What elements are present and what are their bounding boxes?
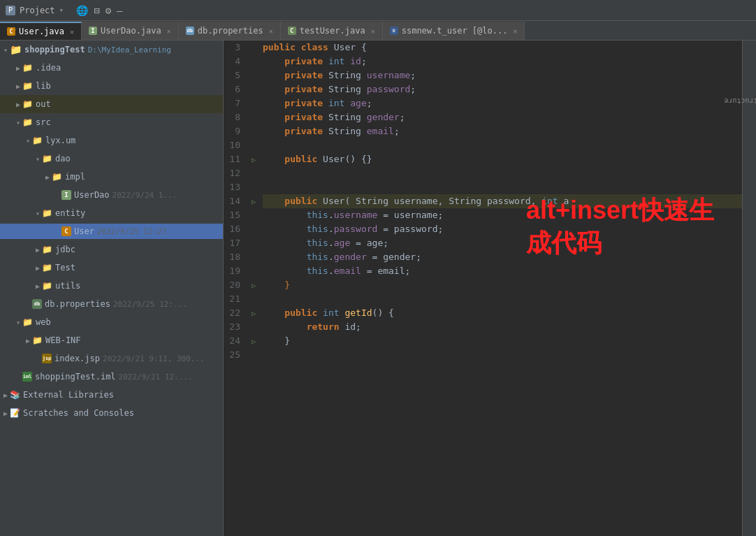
right-side-tabs: 7. Structure: [742, 41, 756, 536]
sidebar-label-dao: dao: [55, 154, 71, 164]
folder-icon-impl: 📁: [52, 172, 62, 182]
folder-icon-src: 📁: [22, 117, 33, 127]
tree-arrow-scratches[interactable]: ▶: [1, 410, 10, 417]
tree-arrow-dao[interactable]: ▾: [34, 155, 42, 163]
gutter-14[interactable]: ▷: [252, 194, 263, 208]
sidebar-item-scratches[interactable]: ▶ 📝 Scratches and Consoles: [0, 404, 223, 422]
sidebar-item-web-inf[interactable]: ▶ 📁 WEB-INF: [0, 331, 223, 349]
tree-arrow-entity[interactable]: ▾: [34, 210, 42, 217]
tab-close-testuser-java[interactable]: ✕: [371, 27, 375, 35]
code-line-18: this.gender = gender;: [263, 250, 742, 264]
tree-arrow-lyx-um[interactable]: ▾: [24, 137, 32, 145]
tree-arrow-jdbc[interactable]: ▶: [34, 246, 42, 254]
code-line-5: private String username;: [263, 68, 742, 82]
sidebar-item-root[interactable]: ▾ 📁 shoppingTest D:\MyIdea_Learning: [0, 41, 223, 59]
folder-icon-ext-lib: 📚: [10, 390, 20, 400]
tree-arrow-idea[interactable]: ▶: [14, 64, 22, 72]
tab-label-db-properties: db.properties: [198, 26, 263, 36]
tree-arrow-out[interactable]: ▶: [14, 101, 22, 108]
code-line-4: private int id;: [263, 55, 742, 68]
tab-icon-db: db: [186, 27, 194, 35]
line-num-12: 12: [224, 166, 246, 180]
sidebar-item-impl[interactable]: ▶ 📁 impl: [0, 168, 223, 186]
sidebar-item-dao[interactable]: ▾ 📁 dao: [0, 150, 223, 168]
line-num-3: 3: [224, 41, 246, 55]
sidebar-item-userdao-file[interactable]: I UserDao 2022/9/24 1...: [0, 186, 223, 204]
code-line-7: private int age;: [263, 96, 742, 110]
tab-db-properties[interactable]: db db.properties ✕: [179, 22, 281, 40]
tree-arrow-test[interactable]: ▶: [34, 264, 42, 272]
tree-arrow-impl[interactable]: ▶: [43, 173, 52, 181]
code-editor[interactable]: 3 4 5 6 7 8 9 10 11 12 13 14 15 16 17 18…: [224, 41, 742, 536]
tab-user-java[interactable]: C User.java ✕: [0, 22, 82, 40]
gutter-23: [252, 320, 263, 334]
sidebar-item-test[interactable]: ▶ 📁 Test: [0, 259, 223, 277]
file-icon-index-jsp: jsp: [42, 354, 52, 363]
code-line-21: [263, 292, 742, 306]
sidebar-meta-user: 2022/9/25 12:27: [97, 227, 166, 236]
settings-icon[interactable]: ⚙: [106, 5, 111, 16]
tab-label-ssmnew: ssmnew.t_user [@lo...: [402, 26, 508, 36]
tab-close-ssmnew[interactable]: ✕: [513, 27, 517, 35]
sidebar-item-external-libraries[interactable]: ▶ 📚 External Libraries: [0, 386, 223, 404]
minimize-icon[interactable]: —: [117, 5, 122, 16]
sidebar-item-src[interactable]: ▾ 📁 src: [0, 113, 223, 131]
line-num-22: 22: [224, 306, 246, 320]
sidebar-item-entity[interactable]: ▾ 📁 entity: [0, 204, 223, 222]
gutter-16: [252, 222, 263, 236]
sidebar-item-user-file[interactable]: C User 2022/9/25 12:27: [0, 222, 223, 240]
line-num-4: 4: [224, 55, 246, 68]
sidebar-item-out[interactable]: ▶ 📁 out: [0, 95, 223, 113]
tree-arrow-ext-lib[interactable]: ▶: [1, 391, 10, 399]
gutter-25: [252, 348, 263, 362]
tree-arrow-lib[interactable]: ▶: [14, 82, 22, 90]
sidebar-label-lib: lib: [36, 81, 51, 91]
tab-userdao-java[interactable]: I UserDao.java ✕: [82, 22, 179, 40]
tab-close-user-java[interactable]: ✕: [70, 28, 74, 36]
line-num-9: 9: [224, 124, 246, 138]
sidebar-item-lib[interactable]: ▶ 📁 lib: [0, 77, 223, 95]
sidebar-item-utils[interactable]: ▶ 📁 utils: [0, 277, 223, 295]
code-line-25: [263, 348, 742, 362]
sidebar-item-index-jsp[interactable]: jsp index.jsp 2022/9/21 9:11, 300...: [0, 349, 223, 368]
code-lines[interactable]: public class User { private int id; priv…: [263, 41, 742, 536]
line-num-24: 24: [224, 334, 246, 348]
gutter-9: [252, 124, 263, 138]
gutter-11[interactable]: ▷: [252, 152, 263, 166]
gutter-19: [252, 264, 263, 278]
sidebar-label-web-inf: WEB-INF: [45, 335, 81, 345]
tab-close-db-properties[interactable]: ✕: [269, 27, 273, 35]
folder-icon-entity: 📁: [42, 208, 52, 218]
gutter-20[interactable]: ▷: [252, 278, 263, 292]
tab-testuser-java[interactable]: C testUser.java ✕: [281, 22, 383, 40]
layout-icon[interactable]: ⊟: [94, 5, 99, 16]
tab-label-userdao-java: UserDao.java: [101, 26, 161, 36]
line-num-15: 15: [224, 208, 246, 222]
gutter-24[interactable]: ▷: [252, 334, 263, 348]
tab-close-userdao-java[interactable]: ✕: [167, 27, 171, 35]
sidebar-item-idea[interactable]: ▶ 📁 .idea: [0, 59, 223, 77]
sidebar-item-web[interactable]: ▾ 📁 web: [0, 313, 223, 331]
token-kw: public: [263, 41, 296, 55]
sidebar-item-lyx-um[interactable]: ▾ 📁 lyx.um: [0, 131, 223, 150]
tree-arrow-utils[interactable]: ▶: [34, 282, 42, 290]
structure-tab-label[interactable]: 7. Structure: [724, 97, 756, 105]
tree-arrow-web[interactable]: ▾: [14, 319, 22, 326]
sidebar-item-jdbc[interactable]: ▶ 📁 jdbc: [0, 240, 223, 259]
code-line-8: private String gender;: [263, 110, 742, 124]
folder-icon-lib: 📁: [22, 81, 33, 91]
sidebar-label-impl: impl: [65, 172, 85, 182]
sidebar-root-label: shoppingTest: [24, 45, 85, 55]
tree-arrow-web-inf[interactable]: ▶: [24, 337, 32, 345]
gutter-22[interactable]: ▷: [252, 306, 263, 320]
folder-icon-jdbc: 📁: [42, 245, 52, 254]
tree-arrow-src[interactable]: ▾: [14, 119, 22, 126]
sidebar-item-db-properties[interactable]: db db.properties 2022/9/25 12:...: [0, 295, 223, 313]
tree-arrow-root[interactable]: ▾: [1, 46, 10, 54]
sidebar-item-shopping-iml[interactable]: iml shoppingTest.iml 2022/9/21 12:...: [0, 368, 223, 386]
code-line-19: this.email = email;: [263, 264, 742, 278]
tab-ssmnew[interactable]: ≡ ssmnew.t_user [@lo... ✕: [383, 22, 525, 40]
sidebar-label-userdao: UserDao: [74, 190, 110, 200]
browser-icon[interactable]: 🌐: [76, 5, 88, 16]
code-line-10: [263, 138, 742, 152]
